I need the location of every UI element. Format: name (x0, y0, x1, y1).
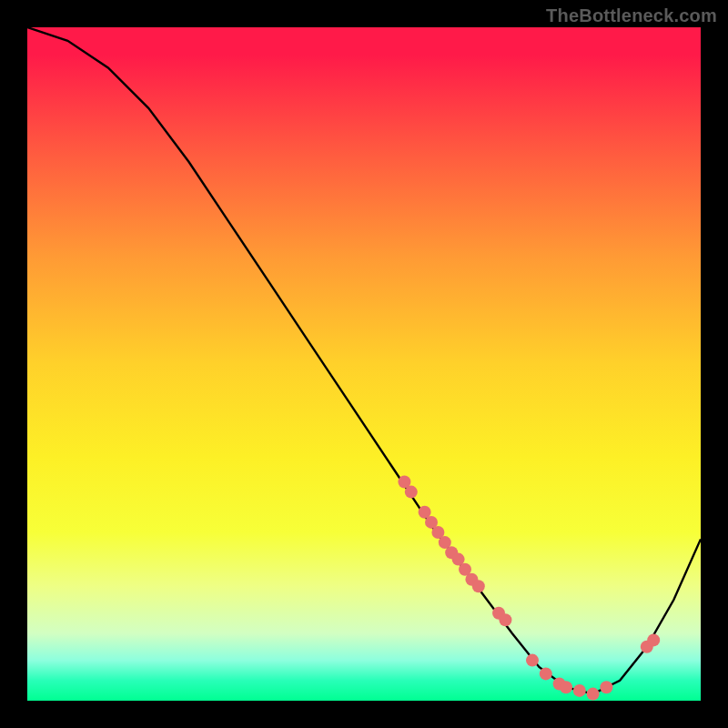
sample-point (600, 681, 612, 693)
sample-point (573, 684, 586, 697)
chart-svg (27, 27, 701, 701)
sample-point (472, 580, 485, 592)
sample-point (405, 486, 418, 499)
sample-point (540, 667, 552, 680)
sample-point (560, 681, 572, 693)
bottleneck-curve (27, 27, 701, 694)
sample-point (526, 654, 539, 667)
sample-point (499, 613, 511, 626)
sample-points-group (398, 476, 660, 701)
sample-point (587, 688, 600, 701)
watermark-text: TheBottleneck.com (546, 5, 717, 26)
chart-plot-area (27, 27, 701, 701)
sample-point (647, 633, 660, 646)
